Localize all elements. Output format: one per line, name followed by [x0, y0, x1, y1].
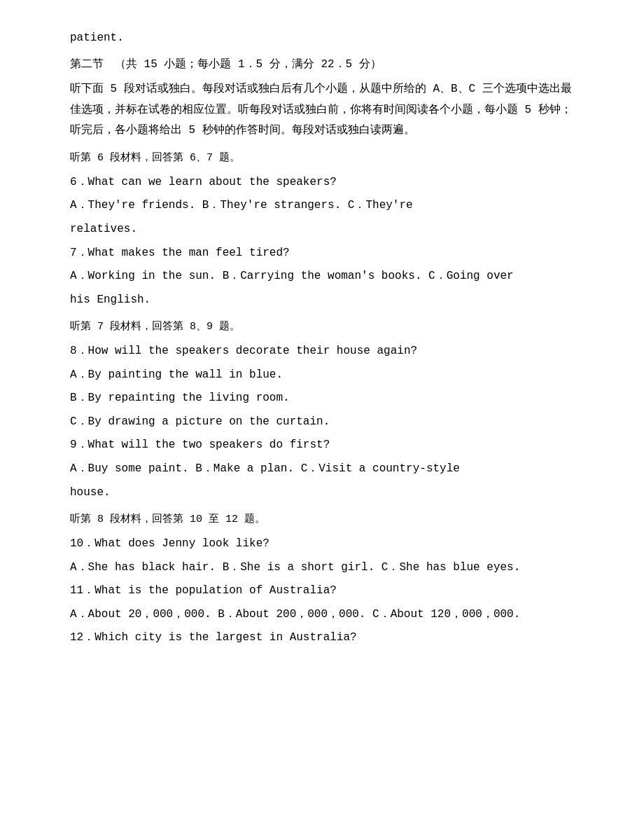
question-8: 8．How will the speakers decorate their h…	[70, 341, 574, 362]
question-7-options-line1: A．Working in the sun. B．Carrying the wom…	[70, 266, 574, 287]
question-7-options-line2: his English.	[70, 290, 574, 311]
question-9: 9．What will the two speakers do first?	[70, 435, 574, 456]
question-8-option-a: A．By painting the wall in blue.	[70, 365, 574, 386]
question-6-options-line2: relatives.	[70, 219, 574, 240]
question-9-options-line2: house.	[70, 483, 574, 504]
question-7: 7．What makes the man feel tired?	[70, 243, 574, 264]
question-10-options: A．She has black hair. B．She is a short g…	[70, 558, 574, 579]
section2-header: 第二节 （共 15 小题；每小题 1．5 分，满分 22．5 分）	[70, 55, 574, 76]
question-6: 6．What can we learn about the speakers?	[70, 172, 574, 193]
question-12: 12．Which city is the largest in Australi…	[70, 628, 574, 649]
patient-line: patient.	[70, 28, 574, 49]
question-8-option-b: B．By repainting the living room.	[70, 388, 574, 409]
question-11: 11．What is the population of Australia?	[70, 581, 574, 602]
subsection6-title: 听第 6 段材料，回答第 6、7 题。	[70, 149, 574, 168]
subsection8-title: 听第 8 段材料，回答第 10 至 12 题。	[70, 510, 574, 530]
question-6-options-line1: A．They're friends. B．They're strangers. …	[70, 195, 574, 216]
question-8-option-c: C．By drawing a picture on the curtain.	[70, 412, 574, 433]
question-11-options: A．About 20，000，000. B．About 200，000，000.…	[70, 605, 574, 626]
subsection7-title: 听第 7 段材料，回答第 8、9 题。	[70, 317, 574, 337]
question-9-options-line1: A．Buy some paint. B．Make a plan. C．Visit…	[70, 459, 574, 480]
question-10: 10．What does Jenny look like?	[70, 534, 574, 555]
section2-instruction: 听下面 5 段对话或独白。每段对话或独白后有几个小题，从题中所给的 A、B、C …	[70, 79, 574, 142]
main-content: patient. 第二节 （共 15 小题；每小题 1．5 分，满分 22．5 …	[70, 28, 574, 649]
